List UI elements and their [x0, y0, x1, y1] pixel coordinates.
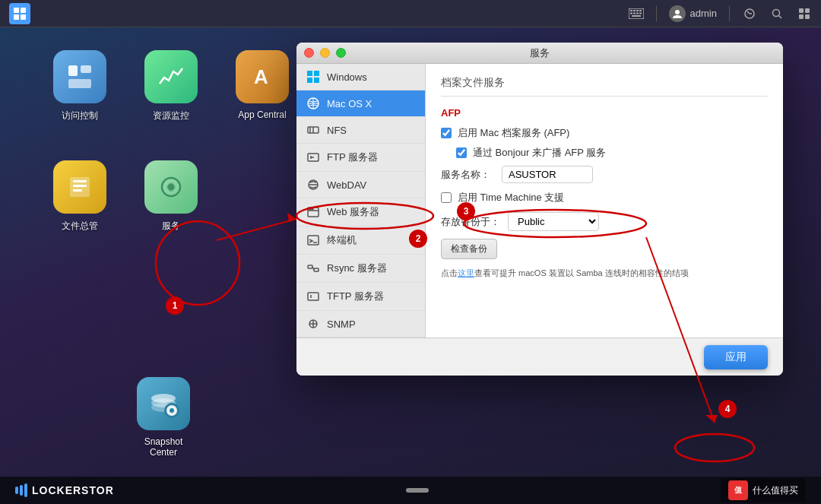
- service-name-row: 服务名称：: [441, 166, 768, 183]
- dialog-title: 服务: [530, 46, 550, 60]
- close-button[interactable]: [304, 48, 314, 58]
- icon-app-central[interactable]: A App Central: [228, 50, 296, 122]
- svg-rect-23: [81, 65, 91, 73]
- apply-button[interactable]: 应用: [704, 345, 768, 369]
- app-central-img: A: [236, 50, 289, 103]
- svg-rect-6: [633, 10, 636, 11]
- snmp-icon: [306, 318, 321, 330]
- svg-rect-19: [805, 8, 810, 13]
- enable-afp-checkbox[interactable]: [441, 128, 452, 138]
- icon-access-control[interactable]: 访问控制: [46, 50, 114, 122]
- icon-files[interactable]: 文件总管: [46, 160, 114, 233]
- windows-icon: [306, 71, 321, 83]
- time-machine-row: 启用 Time Machine 支援: [441, 191, 768, 204]
- bonjour-checkbox[interactable]: [456, 147, 467, 158]
- snmp-label: SNMP: [327, 319, 356, 330]
- svg-rect-5: [630, 10, 632, 11]
- terminal-label: 终端机: [327, 233, 357, 247]
- app-logo: [9, 3, 30, 24]
- svg-point-45: [151, 394, 176, 403]
- icon-snapshot-center[interactable]: Snapshot Center: [129, 377, 198, 458]
- sidebar-item-macos[interactable]: Mac OS X: [296, 90, 425, 117]
- svg-rect-20: [799, 14, 804, 19]
- time-machine-label: 启用 Time Machine 支援: [458, 191, 564, 204]
- svg-rect-21: [805, 14, 810, 19]
- svg-rect-39: [73, 185, 87, 187]
- stripe-3: [24, 483, 27, 497]
- sidebar-item-nfs[interactable]: NFS: [296, 117, 425, 144]
- svg-text:1: 1: [173, 300, 178, 311]
- sidebar-item-terminal[interactable]: 终端机: [296, 227, 425, 255]
- avatar: [669, 5, 686, 22]
- stripe-2: [20, 485, 23, 496]
- terminal-icon: [306, 234, 321, 246]
- backup-share-row: 存放备份于： Public: [441, 212, 768, 231]
- ftp-label: FTP 服务器: [327, 151, 378, 164]
- search-icon[interactable]: [769, 6, 785, 21]
- service-label: 服务: [162, 220, 180, 233]
- tftp-label: TFTP 服务器: [327, 290, 384, 303]
- svg-text:4: 4: [725, 404, 731, 414]
- taskbar-indicator: [406, 488, 429, 493]
- service-dialog: 服务 Windows: [296, 43, 783, 376]
- svg-rect-0: [14, 8, 19, 13]
- icon-service[interactable]: 服务: [137, 160, 205, 233]
- files-img: [53, 160, 106, 214]
- grid-icon[interactable]: [797, 6, 812, 21]
- backup-share-label: 存放备份于：: [441, 215, 500, 229]
- svg-rect-38: [73, 180, 87, 182]
- sidebar-item-snmp[interactable]: SNMP: [296, 311, 425, 338]
- svg-point-89: [166, 296, 184, 315]
- sidebar-item-tftp[interactable]: TFTP 服务器: [296, 283, 425, 311]
- check-backup-button[interactable]: 检查备份: [441, 239, 497, 259]
- svg-point-95: [718, 400, 737, 418]
- desktop: 访问控制 资源监控 A App Central: [0, 27, 821, 477]
- divider-2: [729, 6, 730, 21]
- sidebar-item-ftp[interactable]: FTP 服务器: [296, 144, 425, 172]
- svg-point-14: [675, 10, 680, 14]
- keyboard-icon[interactable]: [629, 6, 644, 21]
- section-title: 档案文件服务: [441, 76, 768, 97]
- service-name-input[interactable]: [502, 166, 593, 183]
- svg-rect-51: [307, 78, 312, 83]
- topbar-left: [9, 3, 30, 24]
- sidebar-item-windows[interactable]: Windows: [296, 64, 425, 90]
- sidebar-item-web[interactable]: Web 服务器: [296, 198, 425, 227]
- icon-row-2: 文件总管 服务: [46, 160, 205, 233]
- bonjour-row: 通过 Bonjour 来广播 AFP 服务: [456, 146, 768, 160]
- dialog-titlebar: 服务: [296, 43, 783, 64]
- svg-line-85: [217, 219, 296, 240]
- svg-rect-7: [636, 10, 639, 11]
- svg-rect-11: [636, 12, 639, 14]
- svg-rect-73: [308, 293, 319, 300]
- webdav-icon: [306, 179, 321, 191]
- backup-share-select[interactable]: Public: [508, 212, 599, 231]
- brand-name: LOCKERSTOR: [32, 484, 114, 496]
- svg-marker-88: [705, 415, 718, 423]
- check-backup-row: 检查备份: [441, 239, 768, 259]
- nfs-label: NFS: [327, 125, 347, 136]
- svg-rect-52: [314, 78, 319, 83]
- svg-rect-3: [21, 14, 26, 20]
- maximize-button[interactable]: [336, 48, 346, 58]
- svg-point-42: [168, 184, 174, 190]
- minimize-button[interactable]: [320, 48, 330, 58]
- sidebar-item-rsync[interactable]: Rsync 服务器: [296, 255, 425, 283]
- icon-monitor[interactable]: 资源监控: [137, 50, 205, 122]
- svg-rect-22: [68, 65, 78, 76]
- svg-rect-49: [307, 71, 312, 76]
- dialog-sidebar: Windows Mac OS X: [296, 64, 426, 338]
- svg-rect-12: [639, 12, 642, 14]
- access-control-img: [53, 50, 106, 103]
- sidebar-item-webdav[interactable]: WebDAV: [296, 172, 425, 198]
- dialog-footer: 应用: [296, 338, 783, 376]
- svg-line-17: [779, 15, 782, 18]
- time-machine-checkbox[interactable]: [441, 192, 452, 203]
- rsync-label: Rsync 服务器: [327, 262, 387, 275]
- refresh-icon[interactable]: [742, 6, 757, 21]
- note-link[interactable]: 这里: [458, 268, 474, 277]
- ftp-icon: [306, 151, 321, 163]
- files-label: 文件总管: [62, 220, 98, 233]
- taskbar-center: [406, 488, 429, 493]
- snapshot-img: [137, 377, 190, 430]
